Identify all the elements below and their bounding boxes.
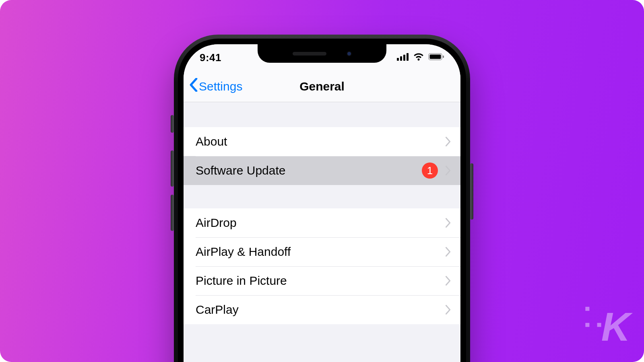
svg-rect-2 [403, 55, 405, 61]
phone-bezel: 9:41 [178, 39, 466, 362]
earpiece-speaker [293, 52, 326, 56]
chevron-right-icon [445, 166, 451, 175]
chevron-right-icon [445, 137, 451, 146]
cell-label: About [196, 135, 445, 148]
wifi-icon [413, 53, 424, 62]
cellular-signal-icon [397, 53, 409, 62]
back-button[interactable]: Settings [184, 78, 242, 95]
group-separator [184, 102, 460, 127]
cell-label: AirPlay & Handoff [196, 245, 445, 259]
battery-icon [428, 53, 444, 62]
brand-watermark: ▪ ▪ ▪ K [584, 300, 628, 350]
chevron-left-icon [189, 78, 198, 95]
svg-rect-6 [443, 56, 444, 58]
notification-badge: 1 [422, 162, 438, 179]
navigation-bar: Settings General [184, 71, 460, 102]
cell-label: Software Update [196, 164, 422, 177]
back-label: Settings [199, 80, 242, 93]
watermark-dots: ▪ ▪ ▪ [584, 300, 603, 332]
chevron-right-icon [445, 305, 451, 315]
cell-carplay[interactable]: CarPlay [184, 295, 460, 324]
phone-frame: 9:41 [174, 35, 470, 362]
phone-screen: 9:41 [184, 44, 460, 362]
svg-rect-0 [397, 58, 399, 61]
cell-label: AirDrop [196, 216, 445, 230]
volume-down-button [171, 195, 174, 231]
chevron-right-icon [445, 247, 451, 257]
promo-background: 9:41 [0, 0, 644, 362]
ring-silent-switch [171, 115, 174, 133]
chevron-right-icon [445, 276, 451, 286]
status-indicators [397, 53, 444, 62]
svg-rect-5 [430, 55, 441, 59]
cell-label: CarPlay [196, 303, 445, 317]
display-notch [258, 44, 386, 63]
status-time: 9:41 [200, 51, 221, 64]
settings-content: About Software Update 1 AirDrop Ai [184, 102, 460, 324]
cell-label: Picture in Picture [196, 274, 445, 288]
volume-up-button [171, 150, 174, 187]
watermark-letter: K [601, 304, 628, 350]
cell-airdrop[interactable]: AirDrop [184, 208, 460, 237]
cell-picture-in-picture[interactable]: Picture in Picture [184, 266, 460, 295]
side-button [470, 163, 473, 220]
cell-about[interactable]: About [184, 127, 460, 156]
cell-software-update[interactable]: Software Update 1 [184, 156, 460, 185]
group-separator [184, 185, 460, 208]
svg-rect-3 [407, 53, 409, 61]
cell-airplay-handoff[interactable]: AirPlay & Handoff [184, 237, 460, 266]
chevron-right-icon [445, 218, 451, 228]
svg-rect-1 [400, 56, 402, 61]
front-camera [347, 51, 352, 56]
